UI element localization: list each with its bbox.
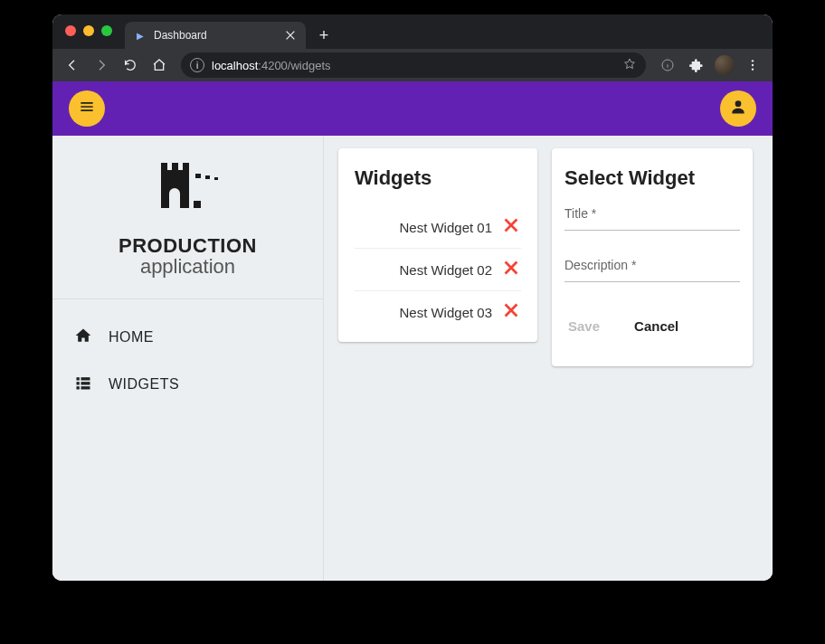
castle-logo-icon bbox=[134, 154, 242, 230]
brand-line2: application bbox=[119, 256, 257, 277]
sidebar-item-home[interactable]: HOME bbox=[52, 314, 323, 361]
delete-widget-button[interactable] bbox=[501, 217, 521, 237]
svg-point-1 bbox=[752, 60, 754, 62]
svg-rect-10 bbox=[214, 177, 218, 180]
sidebar-nav: HOME WIDGETS bbox=[52, 299, 323, 422]
app-viewport: PRODUCTION application HOME bbox=[52, 81, 773, 581]
tab-close-icon[interactable] bbox=[284, 29, 297, 42]
svg-point-3 bbox=[752, 68, 754, 70]
favicon-icon: ▶ bbox=[134, 29, 147, 42]
form-actions: Save Cancel bbox=[564, 309, 740, 348]
hamburger-icon bbox=[78, 98, 96, 119]
svg-point-2 bbox=[752, 64, 754, 66]
brand-text: PRODUCTION application bbox=[119, 235, 257, 277]
title-field[interactable]: Title * bbox=[564, 206, 740, 231]
sidebar-item-label: WIDGETS bbox=[109, 376, 179, 393]
title-label: Title * bbox=[564, 206, 740, 221]
sidebar: PRODUCTION application HOME bbox=[52, 136, 324, 581]
main-content: Widgets Nest Widget 01 Nest Widget 02 bbox=[324, 136, 773, 581]
sidebar-item-label: HOME bbox=[109, 329, 154, 346]
widgets-card-title: Widgets bbox=[355, 166, 521, 190]
url-text: localhost:4200/widgets bbox=[212, 59, 331, 72]
select-widget-card: Select Widget Title * Description * Save… bbox=[552, 148, 753, 366]
save-button[interactable]: Save bbox=[564, 313, 603, 339]
close-icon bbox=[501, 300, 521, 324]
close-icon bbox=[501, 215, 521, 239]
widget-row[interactable]: Nest Widget 01 bbox=[355, 206, 521, 249]
widget-name: Nest Widget 03 bbox=[399, 305, 492, 320]
app-body: PRODUCTION application HOME bbox=[52, 136, 773, 581]
person-icon bbox=[729, 98, 747, 119]
delete-widget-button[interactable] bbox=[501, 302, 521, 322]
account-button[interactable] bbox=[720, 90, 756, 127]
menu-button[interactable] bbox=[69, 90, 105, 127]
brand-block: PRODUCTION application bbox=[52, 136, 323, 299]
traffic-lights bbox=[52, 22, 125, 36]
svg-rect-13 bbox=[81, 377, 90, 380]
svg-point-4 bbox=[735, 100, 742, 107]
widget-row[interactable]: Nest Widget 03 bbox=[355, 291, 521, 324]
svg-rect-12 bbox=[77, 377, 80, 380]
incognito-info-icon[interactable] bbox=[655, 52, 680, 78]
window-minimize[interactable] bbox=[83, 25, 94, 36]
nav-back-button[interactable] bbox=[60, 52, 85, 78]
svg-rect-8 bbox=[195, 174, 201, 178]
description-field[interactable]: Description * bbox=[564, 258, 740, 282]
home-icon bbox=[74, 327, 92, 348]
widget-name: Nest Widget 02 bbox=[399, 262, 492, 278]
delete-widget-button[interactable] bbox=[501, 260, 521, 279]
site-info-icon[interactable]: i bbox=[190, 58, 204, 72]
new-tab-button[interactable]: + bbox=[313, 24, 335, 46]
app-bar bbox=[52, 81, 773, 136]
widgets-card: Widgets Nest Widget 01 Nest Widget 02 bbox=[338, 148, 537, 342]
bookmark-star-icon[interactable] bbox=[622, 57, 637, 74]
cancel-button[interactable]: Cancel bbox=[631, 313, 682, 339]
extensions-icon[interactable] bbox=[684, 52, 709, 78]
svg-rect-9 bbox=[205, 175, 210, 179]
profile-avatar[interactable] bbox=[715, 55, 735, 75]
svg-rect-16 bbox=[77, 386, 80, 389]
description-input-underline bbox=[564, 281, 740, 282]
window-zoom[interactable] bbox=[101, 25, 112, 36]
form-card-title: Select Widget bbox=[564, 166, 740, 190]
svg-rect-5 bbox=[161, 163, 167, 170]
svg-rect-17 bbox=[81, 386, 90, 389]
nav-home-button[interactable] bbox=[147, 52, 172, 78]
svg-rect-6 bbox=[172, 163, 178, 170]
close-icon bbox=[501, 258, 521, 281]
nav-forward-button[interactable] bbox=[89, 52, 114, 78]
browser-tab[interactable]: ▶ Dashboard bbox=[125, 22, 306, 49]
description-label: Description * bbox=[564, 258, 740, 272]
title-input-underline bbox=[564, 230, 740, 231]
titlebar: ▶ Dashboard + bbox=[52, 14, 773, 49]
window-close[interactable] bbox=[65, 25, 76, 36]
tab-title: Dashboard bbox=[154, 29, 207, 42]
brand-line1: PRODUCTION bbox=[119, 235, 257, 256]
widget-name: Nest Widget 01 bbox=[399, 220, 492, 235]
sidebar-item-widgets[interactable]: WIDGETS bbox=[52, 361, 323, 408]
svg-rect-7 bbox=[183, 163, 189, 170]
svg-rect-11 bbox=[194, 201, 201, 208]
widget-row[interactable]: Nest Widget 02 bbox=[355, 249, 521, 291]
address-bar[interactable]: i localhost:4200/widgets bbox=[181, 52, 646, 78]
list-icon bbox=[74, 374, 92, 395]
browser-toolbar: i localhost:4200/widgets bbox=[52, 49, 773, 81]
svg-rect-14 bbox=[77, 382, 80, 384]
svg-rect-15 bbox=[81, 382, 90, 384]
browser-window: ▶ Dashboard + i localhost:4200 bbox=[52, 14, 773, 581]
browser-menu-icon[interactable] bbox=[740, 52, 765, 78]
tab-strip: ▶ Dashboard + bbox=[125, 22, 773, 49]
nav-reload-button[interactable] bbox=[118, 52, 143, 78]
